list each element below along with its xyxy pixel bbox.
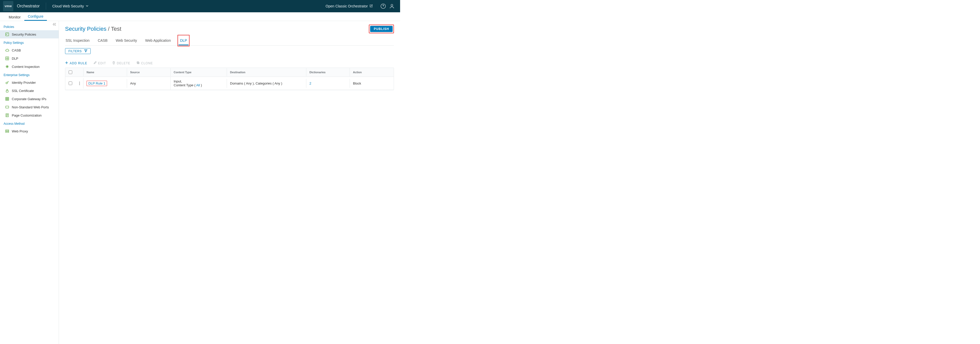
sidebar-item-label: Page Customization <box>12 113 41 117</box>
product-name: Orchestrator <box>17 4 40 8</box>
vmware-logo: vmw <box>3 1 13 11</box>
open-classic-label: Open Classic Orchestrator <box>326 4 368 8</box>
tab-casb[interactable]: CASB <box>97 36 108 45</box>
shield-check-icon <box>5 32 9 37</box>
rule-name-link[interactable]: DLP Rule 1 <box>88 81 105 85</box>
row-destination: Domains ( Any ), Categories ( Any ) <box>227 79 306 88</box>
tab-web-security[interactable]: Web Security <box>115 36 138 45</box>
tab-configure[interactable]: Configure <box>24 12 47 21</box>
breadcrumb-root-link[interactable]: Security Policies <box>65 25 106 32</box>
sidebar-item-ssl-certificate[interactable]: SSL Certificate <box>0 87 59 95</box>
dictionaries-link[interactable]: 2 <box>309 81 311 85</box>
main-content: Security Policies / Test PUBLISH SSL Ins… <box>59 21 400 344</box>
cloud-icon <box>5 48 9 52</box>
svg-rect-5 <box>6 91 8 92</box>
sidebar-item-dlp[interactable]: DLP <box>0 54 59 62</box>
pencil-icon <box>94 61 97 65</box>
sidebar-item-label: Non-Standard Web Ports <box>12 105 49 109</box>
sidebar-item-casb[interactable]: CASB <box>0 46 59 54</box>
sidebar-item-label: Content Inspection <box>12 65 40 68</box>
rules-toolbar: ADD RULE EDIT DELETE CLONE <box>65 61 394 65</box>
filter-icon <box>84 49 88 53</box>
plus-icon <box>65 61 68 65</box>
proxy-icon <box>5 129 9 133</box>
sidebar-item-label: Corporate Gateway IPs <box>12 97 46 101</box>
sidebar-heading-enterprise: Enterprise Settings <box>0 71 59 78</box>
clone-button: CLONE <box>137 61 153 65</box>
filters-button[interactable]: FILTERS <box>65 48 91 54</box>
row-source: Any <box>127 79 170 88</box>
network-icon <box>5 97 9 101</box>
sidebar-item-label: SSL Certificate <box>12 89 34 93</box>
publish-button[interactable]: PUBLISH <box>370 26 393 32</box>
breadcrumb-leaf: Test <box>111 25 121 32</box>
edit-label: EDIT <box>98 62 106 65</box>
lock-icon <box>5 89 9 93</box>
external-link-icon <box>369 4 373 8</box>
publish-highlight: PUBLISH <box>369 25 394 33</box>
content-type-all-link[interactable]: All <box>196 83 200 87</box>
help-icon[interactable] <box>380 3 387 10</box>
sidebar-item-identity-provider[interactable]: Identity Provider <box>0 78 59 87</box>
main-nav-tabs: Monitor Configure <box>0 12 400 21</box>
filters-label: FILTERS <box>68 49 82 53</box>
sidebar-item-security-policies[interactable]: Security Policies <box>0 30 59 38</box>
col-destination[interactable]: Destination <box>227 68 306 76</box>
svg-rect-11 <box>137 62 138 63</box>
tab-ssl-inspection[interactable]: SSL Inspection <box>65 36 90 45</box>
sidebar-item-nonstandard-ports[interactable]: Non-Standard Web Ports <box>0 103 59 111</box>
sidebar-heading-policies: Policies <box>0 22 59 30</box>
tab-dlp[interactable]: DLP <box>178 36 189 45</box>
rules-table: Name Source Content Type Destination Dic… <box>65 68 394 90</box>
svg-rect-9 <box>6 130 9 131</box>
sidebar-heading-policy-settings: Policy Settings <box>0 38 59 46</box>
sidebar-item-label: Identity Provider <box>12 81 36 84</box>
svg-rect-12 <box>138 62 139 64</box>
policy-tabs: SSL Inspection CASB Web Security Web App… <box>65 36 394 46</box>
service-dropdown[interactable]: Cloud Web Security <box>52 4 88 8</box>
col-action[interactable]: Action <box>350 68 394 76</box>
tab-monitor[interactable]: Monitor <box>5 13 24 21</box>
clone-label: CLONE <box>141 62 153 65</box>
table-row: DLP Rule 1 Any Input, Content Type ( All… <box>65 77 394 90</box>
sidebar-item-label: Security Policies <box>12 32 36 37</box>
sidebar-item-content-inspection[interactable]: Content Inspection <box>0 62 59 71</box>
col-source[interactable]: Source <box>127 68 170 76</box>
delete-button: DELETE <box>112 61 130 65</box>
sidebar-heading-access-method: Access Method <box>0 119 59 127</box>
add-rule-button[interactable]: ADD RULE <box>65 61 88 65</box>
sidebar-item-page-customization[interactable]: Page Customization <box>0 111 59 119</box>
key-icon <box>5 80 9 84</box>
edit-button: EDIT <box>94 61 106 65</box>
row-content-type: Input, Content Type ( All ) <box>170 77 227 90</box>
col-dictionaries[interactable]: Dictionaries <box>306 68 350 76</box>
chevron-down-icon <box>86 5 88 8</box>
svg-rect-10 <box>6 131 9 132</box>
service-name: Cloud Web Security <box>52 4 84 8</box>
open-classic-link[interactable]: Open Classic Orchestrator <box>326 4 373 8</box>
tab-web-application[interactable]: Web Application <box>145 36 171 45</box>
sidebar-item-corporate-gateway[interactable]: Corporate Gateway IPs <box>0 95 59 103</box>
col-name[interactable]: Name <box>83 68 127 76</box>
add-rule-label: ADD RULE <box>70 62 88 65</box>
sparkle-icon <box>5 65 9 68</box>
trash-icon <box>112 61 115 65</box>
sidebar-item-web-proxy[interactable]: Web Proxy <box>0 127 59 135</box>
grid-icon <box>5 56 9 61</box>
select-all-cell <box>65 68 76 76</box>
collapse-sidebar-icon[interactable] <box>52 22 57 27</box>
row-actions-menu[interactable] <box>79 82 80 85</box>
page-icon <box>5 113 9 117</box>
clone-icon <box>137 61 140 65</box>
port-icon <box>5 105 9 109</box>
row-checkbox[interactable] <box>68 81 72 85</box>
user-icon[interactable] <box>388 3 396 10</box>
svg-point-1 <box>391 4 393 6</box>
col-content-type[interactable]: Content Type <box>170 68 227 76</box>
sidebar-item-label: DLP <box>12 57 18 61</box>
breadcrumb-sep: / <box>106 25 111 32</box>
sidebar: Policies Security Policies Policy Settin… <box>0 21 59 344</box>
select-all-checkbox[interactable] <box>68 70 72 74</box>
table-header-row: Name Source Content Type Destination Dic… <box>65 68 394 77</box>
delete-label: DELETE <box>117 62 130 65</box>
